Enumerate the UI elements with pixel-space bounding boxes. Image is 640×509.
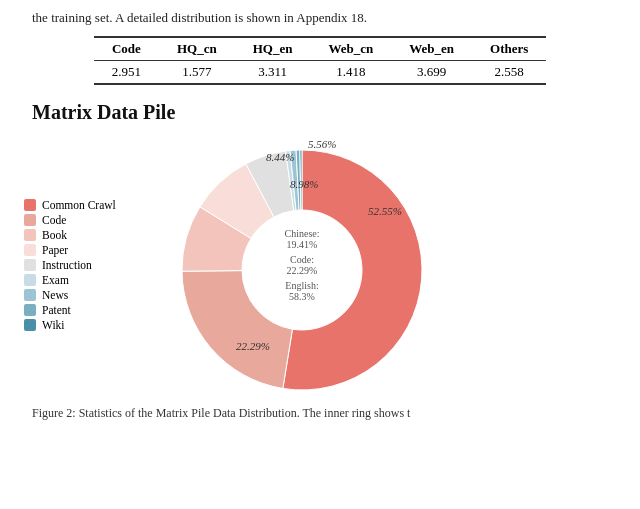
pct-label-8-98: 8.98% — [290, 178, 318, 190]
legend-label: Instruction — [42, 259, 92, 271]
legend-item: Paper — [24, 244, 144, 256]
legend-item: News — [24, 289, 144, 301]
legend-label: Common Crawl — [42, 199, 116, 211]
legend-color-swatch — [24, 244, 36, 256]
table-header-cell: HQ_en — [235, 37, 311, 61]
legend-item: Patent — [24, 304, 144, 316]
table-header-cell: Code — [94, 37, 159, 61]
legend-label: Patent — [42, 304, 71, 316]
data-table-container: CodeHQ_cnHQ_enWeb_cnWeb_enOthers 2.9511.… — [0, 36, 640, 85]
legend-color-swatch — [24, 319, 36, 331]
table-header-cell: Web_cn — [310, 37, 391, 61]
pct-label-52: 52.55% — [368, 205, 402, 217]
table-data-cell: 2.951 — [94, 60, 159, 84]
legend-item: Wiki — [24, 319, 144, 331]
legend-label: Paper — [42, 244, 68, 256]
chart-area: Common Crawl Code Book Paper Instruction… — [0, 130, 640, 400]
legend-color-swatch — [24, 289, 36, 301]
legend-color-swatch — [24, 199, 36, 211]
legend-label: Book — [42, 229, 67, 241]
table-data-cell: 1.418 — [310, 60, 391, 84]
legend-item: Code — [24, 214, 144, 226]
legend-color-swatch — [24, 274, 36, 286]
table-data-cell: 2.558 — [472, 60, 546, 84]
legend-label: Wiki — [42, 319, 65, 331]
donut-svg — [152, 130, 452, 400]
donut-inner-circle — [243, 211, 361, 329]
table-data-row: 2.9511.5773.3111.4183.6992.558 — [94, 60, 547, 84]
table-data-cell: 1.577 — [159, 60, 235, 84]
table-data-cell: 3.699 — [391, 60, 472, 84]
table-header-cell: HQ_cn — [159, 37, 235, 61]
table-data-cell: 3.311 — [235, 60, 311, 84]
legend-color-swatch — [24, 304, 36, 316]
pct-label-22: 22.29% — [236, 340, 270, 352]
section-title: Matrix Data Pile — [0, 93, 640, 128]
legend-item: Exam — [24, 274, 144, 286]
bottom-text: Figure 2: Statistics of the Matrix Pile … — [0, 400, 640, 422]
table-header-cell: Others — [472, 37, 546, 61]
top-text: the training set. A detailed distributio… — [0, 0, 640, 32]
pct-label-5-56: 5.56% — [308, 138, 336, 150]
pct-label-8-44: 8.44% — [266, 151, 294, 163]
table-header-cell: Web_en — [391, 37, 472, 61]
legend-item: Instruction — [24, 259, 144, 271]
legend: Common Crawl Code Book Paper Instruction… — [24, 199, 144, 331]
legend-item: Common Crawl — [24, 199, 144, 211]
table-header-row: CodeHQ_cnHQ_enWeb_cnWeb_enOthers — [94, 37, 547, 61]
legend-color-swatch — [24, 229, 36, 241]
data-table: CodeHQ_cnHQ_enWeb_cnWeb_enOthers 2.9511.… — [94, 36, 547, 85]
legend-color-swatch — [24, 259, 36, 271]
legend-item: Book — [24, 229, 144, 241]
legend-label: Code — [42, 214, 66, 226]
donut-chart-wrapper: 52.55% 22.29% 8.98% 8.44% 5.56% Chinese:… — [152, 130, 452, 400]
legend-label: Exam — [42, 274, 69, 286]
legend-color-swatch — [24, 214, 36, 226]
legend-label: News — [42, 289, 68, 301]
